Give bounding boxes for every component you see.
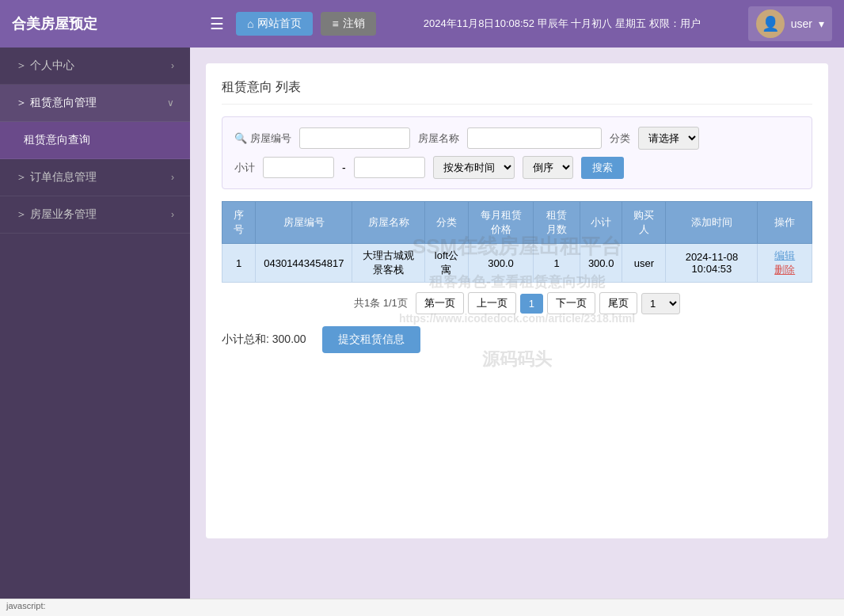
home-icon: ⌂ — [247, 17, 253, 30]
delete-button[interactable]: 删除 — [774, 263, 795, 277]
main-layout: ＞ 个人中心 › ＞ 租赁意向管理 ∨ 租赁意向查询 ＞ 订单信息管理 › ＞ … — [0, 48, 844, 599]
footer-row: 小计总和: 300.00 提交租赁信息 — [222, 326, 812, 353]
menu-icon[interactable]: ☰ — [210, 14, 224, 33]
sidebar-label-rental-mgmt: ＞ 租赁意向管理 — [16, 96, 97, 110]
status-bar: javascript: — [0, 599, 844, 616]
datetime-display: 2024年11月8日10:08:52 甲辰年 十月初八 星期五 权限：用户 — [384, 17, 740, 31]
magnifier-icon: 🔍 — [234, 132, 247, 144]
col-header-house-no: 房屋编号 — [256, 202, 352, 244]
cell-no: 1 — [222, 244, 256, 283]
col-header-subtotal: 小计 — [580, 202, 622, 244]
subtotal-label: 小计 — [234, 161, 255, 175]
avatar: 👤 — [756, 10, 785, 38]
col-header-months: 租赁月数 — [534, 202, 580, 244]
top-bar: 合美房屋预定 ☰ ⌂ 网站首页 ≡ 注销 2024年11月8日10:08:52 … — [0, 0, 844, 48]
cell-add-time: 2024-11-08 10:04:53 — [666, 244, 758, 283]
order-select[interactable]: 倒序 正序 — [523, 156, 573, 179]
edit-button[interactable]: 编辑 — [774, 249, 795, 263]
cell-category: loft公寓 — [425, 244, 469, 283]
page-size-select[interactable]: 1 10 20 — [641, 293, 680, 314]
content-area: 租赁意向 列表 🔍 房屋编号 房屋名称 分类 请选择 — [190, 48, 844, 599]
subtotal-total-label: 小计总和: 300.00 — [222, 333, 306, 347]
username-label: user — [791, 17, 812, 30]
sidebar-item-house-mgmt[interactable]: ＞ 房屋业务管理 › — [0, 196, 190, 234]
search-icon-label: 🔍 房屋编号 — [234, 131, 291, 146]
cell-buyer: user — [622, 244, 666, 283]
chevron-right-icon: › — [171, 60, 174, 71]
current-page-button[interactable]: 1 — [520, 294, 543, 314]
sidebar-item-personal[interactable]: ＞ 个人中心 › — [0, 48, 190, 85]
rental-table: 序号 房屋编号 房屋名称 分类 每月租赁价格 租赁月数 小计 购买人 添加时间 — [222, 201, 812, 283]
table-row: 104301443454817大理古城观景客栈loft公寓300.01300.0… — [222, 244, 812, 283]
first-page-button[interactable]: 第一页 — [416, 292, 464, 314]
category-label: 分类 — [610, 131, 630, 146]
sidebar-label-house-mgmt: ＞ 房屋业务管理 — [16, 207, 97, 222]
search-bar: 🔍 房屋编号 房屋名称 分类 请选择 小计 - — [222, 116, 812, 189]
table-wrapper: 序号 房屋编号 房屋名称 分类 每月租赁价格 租赁月数 小计 购买人 添加时间 — [222, 201, 812, 283]
page-title: 租赁意向 列表 — [222, 79, 812, 105]
col-header-buyer: 购买人 — [622, 202, 666, 244]
sidebar-label-personal: ＞ 个人中心 — [16, 59, 74, 73]
col-header-house-name: 房屋名称 — [352, 202, 425, 244]
subtotal-to-input[interactable] — [354, 157, 425, 178]
home-button[interactable]: ⌂ 网站首页 — [236, 12, 313, 36]
subtotal-from-input[interactable] — [263, 157, 334, 178]
chevron-right-icon-2: › — [171, 172, 174, 183]
col-header-no: 序号 — [222, 202, 256, 244]
cell-monthly-price: 300.0 — [468, 244, 533, 283]
sidebar-item-rental-mgmt[interactable]: ＞ 租赁意向管理 ∨ — [0, 85, 190, 122]
cell-subtotal: 300.0 — [580, 244, 622, 283]
col-header-add-time: 添加时间 — [666, 202, 758, 244]
submit-rental-button[interactable]: 提交租赁信息 — [322, 326, 420, 353]
prev-page-button[interactable]: 上一页 — [468, 292, 516, 314]
search-button[interactable]: 搜索 — [581, 157, 624, 179]
user-menu[interactable]: 👤 user ▾ — [748, 6, 832, 41]
cell-actions: 编辑删除 — [758, 244, 812, 283]
col-header-category: 分类 — [425, 202, 469, 244]
col-header-monthly-price: 每月租赁价格 — [468, 202, 533, 244]
status-text: javascript: — [6, 601, 46, 610]
col-header-action: 操作 — [758, 202, 812, 244]
logout-button[interactable]: ≡ 注销 — [321, 12, 375, 36]
chevron-down-icon: ∨ — [167, 97, 174, 108]
sidebar-item-rental-query[interactable]: 租赁意向查询 — [0, 122, 190, 159]
range-separator: - — [342, 162, 346, 174]
house-name-label: 房屋名称 — [418, 131, 459, 146]
search-row-2: 小计 - 按发布时间 按价格 按小计 倒序 正序 搜索 — [234, 156, 800, 179]
app-container: 合美房屋预定 ☰ ⌂ 网站首页 ≡ 注销 2024年11月8日10:08:52 … — [0, 0, 844, 616]
sidebar-label-rental-query: 租赁意向查询 — [24, 133, 90, 147]
house-name-input[interactable] — [467, 127, 602, 149]
logout-icon: ≡ — [332, 17, 338, 30]
app-title: 合美房屋预定 — [12, 14, 202, 33]
sidebar: ＞ 个人中心 › ＞ 租赁意向管理 ∨ 租赁意向查询 ＞ 订单信息管理 › ＞ … — [0, 48, 190, 599]
sort-select[interactable]: 按发布时间 按价格 按小计 — [433, 156, 515, 179]
table-section: SSM在线房屋出租平台 租客角色-查看租赁意向功能 https://www.ic… — [222, 201, 812, 314]
cell-house-no: 04301443454817 — [256, 244, 352, 283]
page-info: 共1条 1/1页 — [354, 296, 408, 310]
last-page-button[interactable]: 尾页 — [599, 292, 637, 314]
category-select[interactable]: 请选择 — [638, 127, 699, 150]
next-page-button[interactable]: 下一页 — [547, 292, 595, 314]
sidebar-item-order-mgmt[interactable]: ＞ 订单信息管理 › — [0, 159, 190, 196]
cell-house-name: 大理古城观景客栈 — [352, 244, 425, 283]
user-dropdown-icon: ▾ — [819, 17, 824, 30]
cell-months: 1 — [534, 244, 580, 283]
pagination: 共1条 1/1页 第一页 上一页 1 下一页 尾页 1 10 20 — [222, 292, 812, 314]
search-row-1: 🔍 房屋编号 房屋名称 分类 请选择 — [234, 127, 800, 150]
content-card: 租赁意向 列表 🔍 房屋编号 房屋名称 分类 请选择 — [206, 63, 828, 538]
house-no-input[interactable] — [299, 127, 410, 149]
sidebar-label-order-mgmt: ＞ 订单信息管理 — [16, 170, 97, 184]
chevron-right-icon-3: › — [171, 209, 174, 220]
